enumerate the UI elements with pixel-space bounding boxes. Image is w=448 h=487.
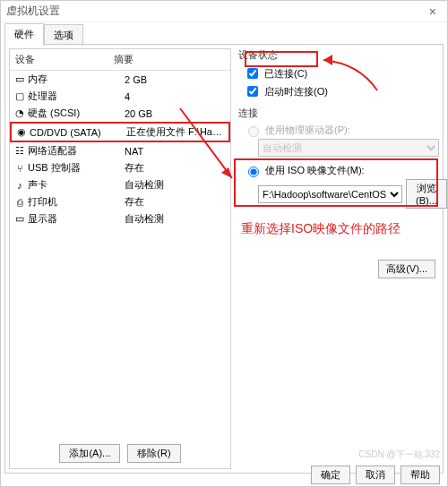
device-row-0[interactable]: ▭内存2 GB	[10, 71, 230, 88]
add-button[interactable]: 添加(A)...	[59, 444, 120, 463]
device-name: 声卡	[28, 178, 125, 192]
device-name: 硬盘 (SCSI)	[28, 107, 125, 120]
usb-icon: ⑂	[13, 163, 26, 174]
device-name: 网络适配器	[28, 144, 125, 158]
display-icon: ▭	[13, 214, 26, 225]
cd-icon: ◉	[15, 127, 28, 138]
tab-content: 设备 摘要 ▭内存2 GB▢处理器4◔硬盘 (SCSI)20 GB◉CD/DVD…	[4, 44, 444, 474]
device-row-2[interactable]: ◔硬盘 (SCSI)20 GB	[10, 105, 230, 122]
device-summary: 存在	[125, 195, 227, 209]
use-iso-radio[interactable]: 使用 ISO 映像文件(M):	[244, 164, 439, 177]
connected-checkbox[interactable]: 已连接(C)	[244, 65, 439, 81]
watermark: CSDN @下一站.332	[358, 449, 440, 461]
device-name: USB 控制器	[28, 161, 125, 175]
close-icon[interactable]: ×	[424, 4, 442, 19]
status-group: 设备状态 已连接(C) 启动时连接(O)	[238, 48, 439, 99]
help-button[interactable]: 帮助	[401, 466, 440, 484]
tabs: 硬件 选项	[1, 22, 447, 44]
col-device: 设备	[10, 49, 108, 70]
device-row-3[interactable]: ◉CD/DVD (SATA)正在使用文件 F:\Hadoop\softw...	[10, 122, 230, 142]
annotation-text: 重新选择ISO映像文件的路径	[241, 221, 401, 237]
advanced-button[interactable]: 高级(V)...	[378, 260, 435, 278]
status-title: 设备状态	[238, 48, 439, 62]
connection-group: 连接 使用物理驱动器(P): 自动检测 使用 ISO 映像文件(M):	[238, 107, 439, 209]
connected-label: 已连接(C)	[264, 67, 307, 81]
device-summary: 存在	[125, 161, 227, 175]
iso-label: 使用 ISO 映像文件(M):	[265, 164, 365, 177]
device-summary: 自动检测	[125, 212, 227, 226]
device-name: 处理器	[28, 90, 125, 103]
device-name: CD/DVD (SATA)	[30, 127, 126, 138]
connect-on-checkbox[interactable]: 启动时连接(O)	[244, 83, 439, 99]
device-summary: 正在使用文件 F:\Hadoop\softw...	[126, 125, 225, 139]
disk-icon: ◔	[13, 108, 26, 119]
tab-hardware[interactable]: 硬件	[4, 23, 44, 45]
device-name: 显示器	[28, 212, 125, 226]
vm-settings-dialog: 虚拟机设置 × 硬件 选项 设备 摘要 ▭内存2 GB▢处理器4◔硬盘 (SCS…	[0, 0, 448, 487]
iso-input[interactable]	[248, 167, 259, 177]
device-list: ▭内存2 GB▢处理器4◔硬盘 (SCSI)20 GB◉CD/DVD (SATA…	[10, 71, 230, 227]
remove-button[interactable]: 移除(R)	[127, 444, 180, 463]
net-icon: ☷	[13, 146, 26, 157]
titlebar: 虚拟机设置 ×	[1, 1, 447, 22]
dialog-title: 虚拟机设置	[6, 4, 60, 19]
list-header: 设备 摘要	[10, 49, 230, 71]
col-summary: 摘要	[108, 49, 230, 70]
device-row-6[interactable]: ♪声卡自动检测	[10, 176, 230, 193]
sound-icon: ♪	[13, 180, 26, 191]
printer-icon: ⎙	[13, 197, 26, 208]
device-summary: NAT	[125, 146, 227, 157]
memory-icon: ▭	[13, 74, 26, 85]
device-summary: 20 GB	[125, 108, 227, 119]
connected-input[interactable]	[247, 68, 258, 79]
cpu-icon: ▢	[13, 91, 26, 102]
device-row-8[interactable]: ▭显示器自动检测	[10, 210, 230, 227]
device-summary: 2 GB	[125, 74, 227, 85]
device-summary: 自动检测	[125, 178, 227, 192]
device-row-7[interactable]: ⎙打印机存在	[10, 193, 230, 210]
device-list-panel: 设备 摘要 ▭内存2 GB▢处理器4◔硬盘 (SCSI)20 GB◉CD/DVD…	[9, 48, 231, 469]
add-remove-bar: 添加(A)... 移除(R)	[10, 444, 230, 463]
iso-path-select[interactable]: F:\Hadoop\software\CentOS	[258, 185, 402, 203]
device-name: 打印机	[28, 195, 125, 209]
dialog-footer: 确定 取消 帮助	[311, 466, 440, 484]
device-row-1[interactable]: ▢处理器4	[10, 88, 230, 105]
device-row-4[interactable]: ☷网络适配器NAT	[10, 142, 230, 159]
connection-title: 连接	[238, 107, 439, 120]
physical-select: 自动检测	[258, 139, 439, 157]
connect-on-input[interactable]	[247, 86, 258, 97]
device-name: 内存	[28, 73, 125, 86]
browse-button[interactable]: 浏览(B)...	[406, 179, 447, 209]
device-summary: 4	[125, 91, 227, 102]
physical-label: 使用物理驱动器(P):	[265, 124, 350, 137]
use-physical-radio[interactable]: 使用物理驱动器(P):	[244, 124, 439, 137]
cancel-button[interactable]: 取消	[356, 466, 395, 484]
device-row-5[interactable]: ⑂USB 控制器存在	[10, 159, 230, 176]
tab-options[interactable]: 选项	[44, 24, 83, 46]
settings-panel: 设备状态 已连接(C) 启动时连接(O) 连接	[238, 48, 439, 469]
connect-on-label: 启动时连接(O)	[264, 85, 328, 98]
physical-input	[248, 126, 259, 137]
ok-button[interactable]: 确定	[311, 466, 350, 484]
